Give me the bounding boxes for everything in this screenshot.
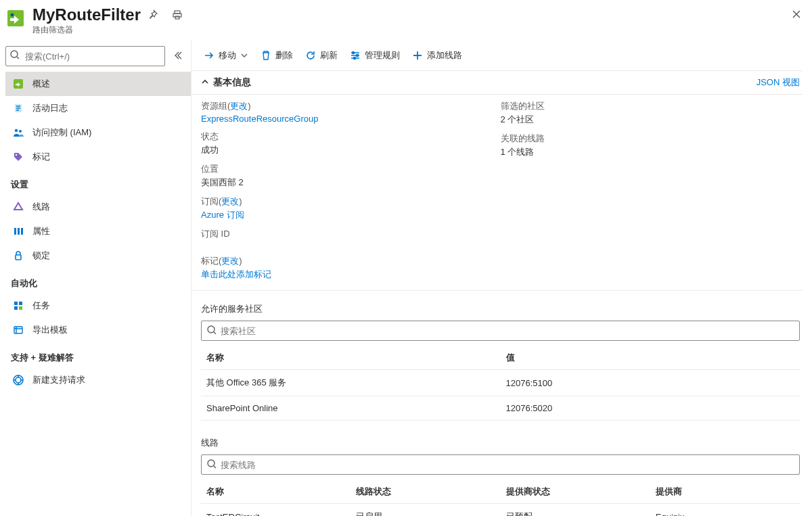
- ess-communities-value: 2 个社区: [501, 114, 800, 126]
- cell-cstatus: 已启用: [351, 504, 500, 517]
- overview-icon: [12, 78, 24, 89]
- ess-subscription-value[interactable]: Azure 订阅: [201, 210, 244, 220]
- ess-communities-label: 筛选的社区: [501, 100, 800, 112]
- ess-tags-label: 标记(更改): [201, 255, 501, 267]
- sidebar-item-label: 访问控制 (IAM): [32, 126, 91, 139]
- svg-rect-12: [18, 228, 20, 235]
- change-tags-link[interactable]: 更改: [221, 256, 239, 266]
- cmd-manage-rules[interactable]: 管理规则: [350, 49, 400, 62]
- tag-icon: [12, 151, 24, 162]
- sidebar-item-overview[interactable]: 概述: [5, 72, 191, 96]
- sidebar-item-locks[interactable]: 锁定: [5, 243, 191, 268]
- cell-pstatus: 已预配: [501, 504, 650, 517]
- svg-rect-16: [19, 302, 22, 305]
- table-row[interactable]: TestERCircuit已启用已预配Equinix: [201, 504, 800, 517]
- arrow-right-icon: [204, 50, 215, 61]
- svg-rect-19: [14, 327, 22, 333]
- sidebar-item-label: 新建支持请求: [32, 374, 85, 386]
- plus-icon: [412, 50, 423, 61]
- search-icon: [206, 325, 217, 337]
- sliders-icon: [350, 50, 361, 61]
- ess-status-label: 状态: [201, 131, 501, 143]
- sidebar-item-label: 导出模板: [32, 324, 68, 336]
- chevron-down-icon: [240, 51, 248, 60]
- search-icon: [206, 459, 217, 471]
- cmd-delete[interactable]: 删除: [261, 49, 293, 62]
- svg-point-25: [208, 326, 215, 333]
- svg-point-26: [208, 460, 215, 467]
- template-icon: [12, 325, 24, 335]
- pin-icon[interactable]: [148, 9, 158, 20]
- col-cstatus[interactable]: 线路状态: [351, 480, 500, 504]
- essentials-toggle[interactable]: 基本信息: [201, 76, 251, 89]
- col-name[interactable]: 名称: [201, 346, 501, 370]
- cmd-refresh[interactable]: 刷新: [305, 49, 338, 62]
- close-icon[interactable]: [792, 8, 801, 22]
- sidebar-item-label: 属性: [32, 225, 50, 237]
- col-value[interactable]: 值: [501, 346, 800, 370]
- svg-point-22: [353, 52, 355, 54]
- resource-type-icon: [5, 8, 26, 28]
- col-pstatus[interactable]: 提供商状态: [501, 480, 650, 504]
- ess-subid-label: 订阅 ID: [201, 228, 501, 240]
- chevron-up-icon: [201, 77, 209, 88]
- sidebar-item-newreq[interactable]: 新建支持请求: [5, 368, 191, 392]
- sidebar-item-tasks[interactable]: 任务: [5, 294, 191, 318]
- circuits-search-input[interactable]: [201, 454, 800, 475]
- sidebar-item-label: 活动日志: [32, 102, 68, 114]
- cell-provider: Equinix: [650, 504, 800, 517]
- ess-circuits-label: 关联的线路: [501, 133, 800, 145]
- page-subtitle: 路由筛选器: [32, 24, 803, 36]
- collapse-sidebar-icon[interactable]: [171, 48, 185, 65]
- svg-rect-11: [14, 228, 16, 235]
- cell-name: 其他 Office 365 服务: [201, 370, 501, 396]
- communities-search-input[interactable]: [201, 321, 800, 341]
- group-automation: 自动化: [5, 268, 191, 294]
- sidebar-item-activity[interactable]: 活动日志: [5, 96, 191, 120]
- col-provider[interactable]: 提供商: [650, 480, 800, 504]
- col-name[interactable]: 名称: [201, 480, 351, 504]
- sidebar-item-label: 锁定: [32, 250, 50, 262]
- print-icon[interactable]: [172, 9, 183, 20]
- svg-point-1: [11, 14, 14, 17]
- table-row[interactable]: SharePoint Online12076:5020: [201, 396, 800, 421]
- props-icon: [12, 226, 24, 237]
- cell-name: SharePoint Online: [201, 396, 501, 421]
- tasks-icon: [12, 300, 24, 311]
- communities-table: 名称 值 其他 Office 365 服务12076:5100SharePoin…: [201, 346, 800, 421]
- svg-rect-14: [16, 255, 21, 260]
- svg-rect-17: [14, 306, 18, 310]
- change-sub-link[interactable]: 更改: [221, 196, 239, 206]
- change-rg-link[interactable]: 更改: [230, 101, 248, 111]
- ess-resource-group-label: 资源组(更改): [201, 100, 501, 112]
- group-settings: 设置: [5, 169, 191, 195]
- svg-point-23: [357, 55, 359, 57]
- table-row[interactable]: 其他 Office 365 服务12076:5100: [201, 370, 800, 396]
- sidebar-item-iam[interactable]: 访问控制 (IAM): [5, 120, 191, 145]
- page-title: MyRouteFilter: [32, 5, 141, 24]
- communities-section-label: 允许的服务社区: [191, 291, 803, 321]
- svg-point-8: [15, 129, 18, 132]
- ess-subscription-label: 订阅(更改): [201, 195, 501, 208]
- json-view-link[interactable]: JSON 视图: [757, 76, 800, 89]
- sidebar-item-export[interactable]: 导出模板: [5, 318, 191, 342]
- sidebar-item-circuits[interactable]: 线路: [5, 195, 191, 219]
- cell-name: TestERCircuit: [201, 504, 351, 517]
- svg-rect-18: [19, 306, 22, 310]
- sidebar-item-label: 概述: [32, 78, 50, 90]
- cmd-move[interactable]: 移动: [204, 49, 248, 62]
- ess-resource-group-value[interactable]: ExpressRouteResourceGroup: [201, 114, 318, 124]
- sidebar-item-label: 任务: [32, 300, 50, 312]
- sidebar-item-props[interactable]: 属性: [5, 219, 191, 243]
- cmd-add-circuit[interactable]: 添加线路: [412, 49, 462, 62]
- menu-search-input[interactable]: [5, 46, 165, 66]
- svg-point-10: [16, 154, 17, 156]
- svg-rect-13: [21, 228, 23, 235]
- circuit-icon: [12, 202, 24, 212]
- add-tags-link[interactable]: 单击此处添加标记: [201, 269, 271, 279]
- sidebar-item-tags[interactable]: 标记: [5, 145, 191, 169]
- sidebar-item-label: 线路: [32, 201, 50, 213]
- trash-icon: [261, 50, 271, 61]
- svg-point-5: [11, 51, 18, 57]
- command-bar: 移动 删除 刷新 管理规则 添加线路: [191, 41, 803, 70]
